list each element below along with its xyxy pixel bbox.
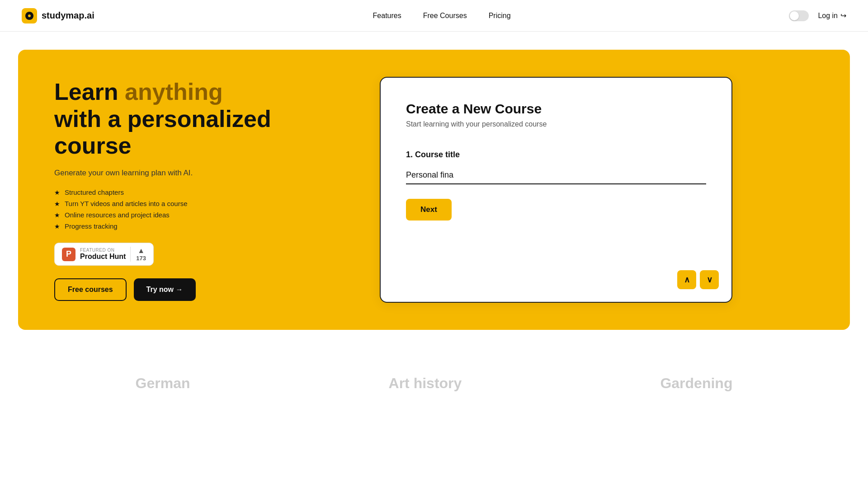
form-label: 1. Course title — [406, 150, 706, 160]
toggle-knob — [790, 11, 799, 20]
feature-item: ★Progress tracking — [54, 222, 271, 230]
hero-buttons: Free courses Try now → — [54, 278, 271, 301]
producthunt-logo: P — [62, 248, 75, 261]
course-title-input[interactable] — [406, 167, 706, 184]
category-art-history[interactable]: Art history — [389, 375, 462, 392]
logo-text: studymap.ai — [42, 10, 94, 21]
ph-count: ▲ 173 — [130, 247, 146, 262]
hero-left: Learn anything with a personalized cours… — [54, 79, 271, 301]
feature-item: ★Online resources and project ideas — [54, 211, 271, 219]
product-hunt-badge[interactable]: P FEATURED ON Product Hunt ▲ 173 — [54, 243, 154, 266]
nav-features[interactable]: Features — [373, 12, 401, 20]
hero-section: Learn anything with a personalized cours… — [18, 50, 850, 330]
nav-down-button[interactable]: ∨ — [700, 270, 719, 289]
star-icon: ★ — [54, 211, 60, 219]
hero-title: Learn anything with a personalized cours… — [54, 79, 271, 160]
theme-toggle[interactable] — [789, 10, 809, 21]
feature-item: ★Turn YT videos and articles into a cour… — [54, 200, 271, 207]
login-button[interactable]: Log in ↪ — [818, 11, 846, 20]
card-nav-buttons: ∧ ∨ — [677, 270, 719, 289]
card-subtitle: Start learning with your personalized co… — [406, 120, 706, 128]
category-german[interactable]: German — [136, 375, 190, 392]
star-icon: ★ — [54, 189, 60, 196]
next-button[interactable]: Next — [406, 199, 452, 221]
nav-up-button[interactable]: ∧ — [677, 270, 696, 289]
ph-text: FEATURED ON Product Hunt — [80, 248, 126, 261]
free-courses-button[interactable]: Free courses — [54, 278, 127, 301]
feature-item: ★Structured chapters — [54, 188, 271, 196]
logo-area: studymap.ai — [22, 8, 94, 23]
hero-right: Create a New Course Start learning with … — [271, 77, 814, 303]
logo-icon — [22, 8, 37, 23]
navbar: studymap.ai Features Free Courses Pricin… — [0, 0, 868, 32]
star-icon: ★ — [54, 200, 60, 207]
course-card: Create a New Course Start learning with … — [380, 77, 732, 303]
card-title: Create a New Course — [406, 101, 706, 117]
nav-right: Log in ↪ — [789, 10, 846, 21]
category-gardening[interactable]: Gardening — [660, 375, 732, 392]
bottom-section: German Art history Gardening — [0, 348, 868, 410]
star-icon: ★ — [54, 223, 60, 230]
login-icon: ↪ — [840, 11, 846, 20]
hero-subtitle: Generate your own learning plan with AI. — [54, 169, 271, 178]
nav-free-courses[interactable]: Free Courses — [423, 12, 467, 20]
try-now-button[interactable]: Try now → — [134, 278, 196, 301]
nav-pricing[interactable]: Pricing — [489, 12, 511, 20]
nav-links: Features Free Courses Pricing — [373, 12, 511, 20]
hero-features-list: ★Structured chapters ★Turn YT videos and… — [54, 188, 271, 230]
